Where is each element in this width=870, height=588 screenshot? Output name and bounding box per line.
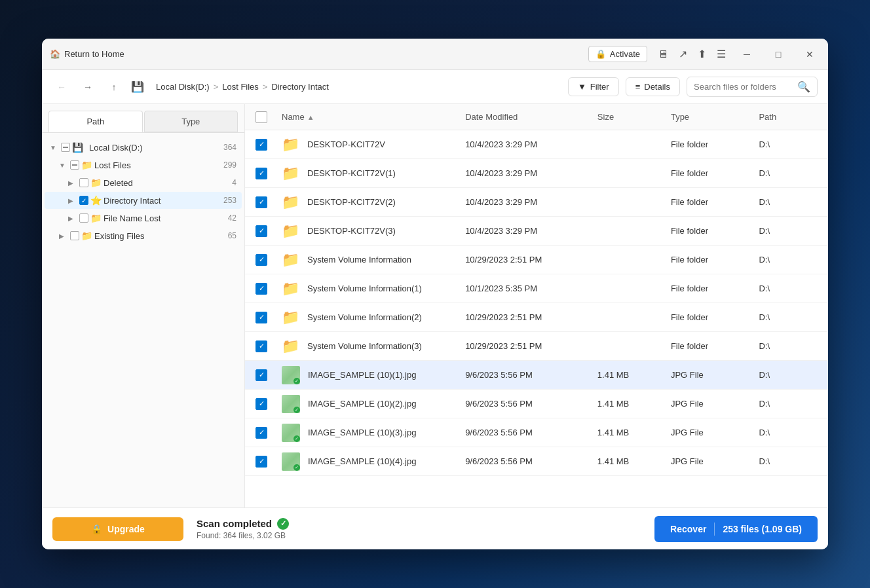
row-checkbox[interactable]: ✓ xyxy=(255,225,267,237)
sort-icon[interactable]: ▲ xyxy=(307,113,314,121)
search-icon: 🔍 xyxy=(797,81,810,93)
tree-count-deleted: 4 xyxy=(232,178,236,187)
table-row[interactable]: ✓ 📁 DESKTOP-KCIT72V(3) 10/4/2023 3:29 PM… xyxy=(245,217,828,246)
select-all-checkbox[interactable] xyxy=(255,111,267,123)
back-button[interactable]: ← xyxy=(52,78,71,96)
filter-icon: ▼ xyxy=(578,82,586,92)
row-checkbox[interactable]: ✓ xyxy=(255,340,267,352)
folder-icon-file-name-lost: 📁 xyxy=(90,213,102,223)
share-icon[interactable]: ↗ xyxy=(679,48,687,60)
search-box[interactable]: 🔍 xyxy=(687,77,818,97)
forward-button[interactable]: → xyxy=(79,78,97,96)
tree-check-directory-intact[interactable]: ✓ xyxy=(79,196,88,205)
table-row[interactable]: ✓ 📁 System Volume Information(1) 10/1/20… xyxy=(245,274,828,303)
row-path: D:\ xyxy=(759,428,818,437)
close-button[interactable]: ✕ xyxy=(799,44,820,65)
folder-icon: 📁 xyxy=(282,338,299,355)
monitor-icon[interactable]: 🖥 xyxy=(658,48,668,60)
upload-icon[interactable]: ⬆ xyxy=(698,48,706,60)
row-path: D:\ xyxy=(759,312,818,322)
up-button[interactable]: ↑ xyxy=(105,78,123,96)
details-button[interactable]: ≡ Details xyxy=(626,77,680,96)
table-row[interactable]: ✓ 📁 DESKTOP-KCIT72V 10/4/2023 3:29 PM Fi… xyxy=(245,130,828,159)
row-type: JPG File xyxy=(671,456,759,466)
row-date: 10/4/2023 3:29 PM xyxy=(465,139,597,149)
table-row[interactable]: ✓ 📁 System Volume Information 10/29/2023… xyxy=(245,246,828,274)
row-path: D:\ xyxy=(759,341,818,351)
tree-check-deleted[interactable] xyxy=(79,178,88,187)
table-row[interactable]: ✓ 📁 DESKTOP-KCIT72V(2) 10/4/2023 3:29 PM… xyxy=(245,188,828,217)
table-row[interactable]: ✓ ✓ IMAGE_SAMPLE (10)(1).jpg 9/6/2023 5:… xyxy=(245,361,828,390)
toggle-icon: ▼ xyxy=(50,144,59,151)
row-checkbox[interactable]: ✓ xyxy=(255,369,267,381)
row-size: 1.41 MB xyxy=(597,370,671,380)
minimize-button[interactable]: ─ xyxy=(736,44,757,65)
row-check-col: ✓ xyxy=(255,398,282,410)
row-size: 1.41 MB xyxy=(597,456,671,466)
row-type: File folder xyxy=(671,197,759,207)
row-checkbox[interactable]: ✓ xyxy=(255,254,267,266)
row-checkbox[interactable]: ✓ xyxy=(255,398,267,410)
folder-icon: 📁 xyxy=(282,223,299,240)
row-name: IMAGE_SAMPLE (10)(3).jpg xyxy=(308,428,416,437)
tree-check-lost-files[interactable] xyxy=(70,160,79,170)
tab-path[interactable]: Path xyxy=(48,111,143,132)
image-thumbnail: ✓ xyxy=(282,366,300,384)
upgrade-button[interactable]: 🔒 Upgrade xyxy=(52,517,183,541)
tree-item-file-name-lost[interactable]: ▶ 📁 File Name Lost 42 xyxy=(45,210,242,227)
table-row[interactable]: ✓ ✓ IMAGE_SAMPLE (10)(2).jpg 9/6/2023 5:… xyxy=(245,390,828,418)
table-row[interactable]: ✓ 📁 System Volume Information(2) 10/29/2… xyxy=(245,303,828,332)
tree-item-existing-files[interactable]: ▶ 📁 Existing Files 65 xyxy=(45,227,242,244)
tab-type[interactable]: Type xyxy=(144,111,238,132)
folder-icon: 📁 xyxy=(282,280,299,297)
row-checkbox[interactable]: ✓ xyxy=(255,168,267,179)
row-name: System Volume Information(2) xyxy=(307,312,422,322)
filter-button[interactable]: ▼ Filter xyxy=(568,77,619,96)
row-name: IMAGE_SAMPLE (10)(4).jpg xyxy=(308,456,416,466)
row-name-col: 📁 DESKTOP-KCIT72V(3) xyxy=(282,223,465,240)
table-row[interactable]: ✓ ✓ IMAGE_SAMPLE (10)(3).jpg 9/6/2023 5:… xyxy=(245,418,828,447)
menu-icon[interactable]: ☰ xyxy=(717,48,726,60)
row-date: 10/4/2023 3:29 PM xyxy=(465,226,597,236)
row-checkbox[interactable]: ✓ xyxy=(255,283,267,295)
tree-check-file-name-lost[interactable] xyxy=(79,213,88,223)
tree-check-existing-files[interactable] xyxy=(70,231,79,240)
row-check-col: ✓ xyxy=(255,283,282,295)
activate-button[interactable]: 🔒 Activate xyxy=(588,46,647,62)
search-input[interactable] xyxy=(694,82,793,92)
row-checkbox[interactable]: ✓ xyxy=(255,427,267,439)
tree-item-deleted[interactable]: ▶ 📁 Deleted 4 xyxy=(45,174,242,191)
row-checkbox[interactable]: ✓ xyxy=(255,139,267,151)
row-path: D:\ xyxy=(759,456,818,466)
maximize-button[interactable]: □ xyxy=(768,44,789,65)
recover-button[interactable]: Recover 253 files (1.09 GB) xyxy=(654,516,818,542)
tree-item-lost-files[interactable]: ▼ 📁 Lost Files 299 xyxy=(45,156,242,174)
tree-item-directory-intact[interactable]: ▶ ✓ ⭐ Directory Intact 253 xyxy=(45,192,242,209)
row-checkbox[interactable]: ✓ xyxy=(255,196,267,208)
breadcrumb-sep2: > xyxy=(263,82,268,92)
tree-count-file-name-lost: 42 xyxy=(228,213,236,223)
row-checkbox[interactable]: ✓ xyxy=(255,456,267,468)
lock-icon: 🔒 xyxy=(596,49,606,59)
table-row[interactable]: ✓ ✓ IMAGE_SAMPLE (10)(4).jpg 9/6/2023 5:… xyxy=(245,447,828,476)
row-check-col: ✓ xyxy=(255,196,282,208)
table-row[interactable]: ✓ 📁 DESKTOP-KCIT72V(1) 10/4/2023 3:29 PM… xyxy=(245,159,828,188)
toolbar-right: ▼ Filter ≡ Details 🔍 xyxy=(568,77,818,97)
tree-check-local-disk[interactable] xyxy=(61,143,70,152)
tree-item-local-disk[interactable]: ▼ 💾 Local Disk(D:) 364 xyxy=(45,139,242,156)
lock-icon: 🔒 xyxy=(91,524,102,534)
svg-rect-1 xyxy=(72,164,77,166)
navigation-toolbar: ← → ↑ 💾 Local Disk(D:) > Lost Files > Di… xyxy=(42,70,828,104)
row-date: 9/6/2023 5:56 PM xyxy=(465,399,597,409)
table-row[interactable]: ✓ 📁 System Volume Information(3) 10/29/2… xyxy=(245,332,828,361)
row-checkbox[interactable]: ✓ xyxy=(255,312,267,323)
return-home-button[interactable]: 🏠 Return to Home xyxy=(50,49,124,59)
folder-icon: 📁 xyxy=(282,165,299,182)
breadcrumb-disk[interactable]: Local Disk(D:) xyxy=(156,82,210,92)
svg-rect-0 xyxy=(63,147,68,148)
row-name-col: ✓ IMAGE_SAMPLE (10)(4).jpg xyxy=(282,452,465,471)
breadcrumb-folder[interactable]: Lost Files xyxy=(222,82,259,92)
row-name-col: ✓ IMAGE_SAMPLE (10)(1).jpg xyxy=(282,366,465,384)
row-date: 10/29/2023 2:51 PM xyxy=(465,312,597,322)
toggle-icon: ▶ xyxy=(68,197,77,204)
